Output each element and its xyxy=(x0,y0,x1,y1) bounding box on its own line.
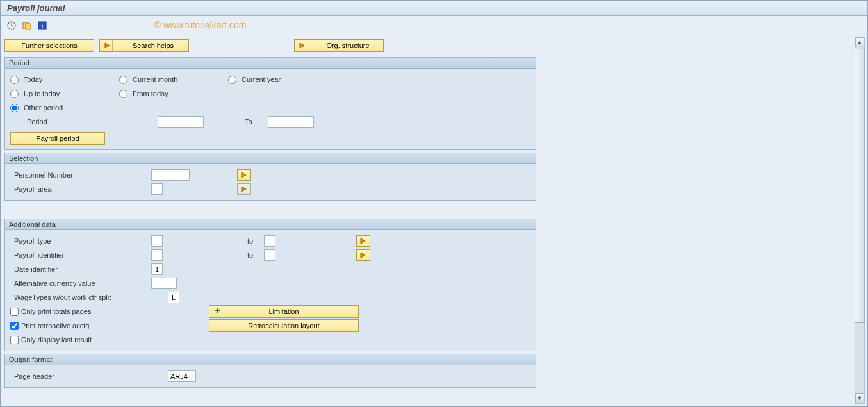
payroll-period-button[interactable]: Payroll period xyxy=(10,132,105,145)
svg-marker-8 xyxy=(300,43,304,48)
scroll-track[interactable] xyxy=(855,49,864,392)
wagetypes-input[interactable] xyxy=(168,292,179,303)
payroll-identifier-from-input[interactable] xyxy=(151,249,163,261)
only-last-text: Only display last result xyxy=(21,336,92,344)
payroll-identifier-multiselect-button[interactable] xyxy=(356,249,370,261)
current-month-radio[interactable] xyxy=(119,76,127,84)
personnel-number-multiselect-button[interactable] xyxy=(237,169,251,181)
scroll-down-arrow[interactable]: ▼ xyxy=(855,393,864,403)
org-structure-button[interactable]: Org. structure xyxy=(294,39,384,52)
today-text: Today xyxy=(24,76,42,83)
up-to-today-radio[interactable] xyxy=(10,90,19,98)
output-format-group-header: Output format xyxy=(5,354,536,365)
payroll-identifier-label: Payroll identifier xyxy=(10,251,151,259)
svg-marker-11 xyxy=(361,238,365,244)
arrow-right-icon xyxy=(102,40,113,51)
output-format-group: Output format Page header xyxy=(4,354,536,388)
svg-marker-7 xyxy=(105,43,110,48)
toolbar: i © www.tutorialkart.com xyxy=(1,16,867,35)
payroll-type-label: Payroll type xyxy=(10,237,151,245)
only-totals-checkbox[interactable] xyxy=(10,308,19,316)
watermark: © www.tutorialkart.com xyxy=(154,20,246,30)
svg-marker-12 xyxy=(361,253,365,258)
other-period-radio-label[interactable]: Other period xyxy=(10,104,119,112)
page-header-input[interactable] xyxy=(168,370,196,382)
scroll-thumb[interactable] xyxy=(855,49,865,323)
other-period-text: Other period xyxy=(24,104,63,112)
personnel-number-input[interactable] xyxy=(151,169,190,181)
period-from-input[interactable] xyxy=(158,116,204,128)
search-helps-label: Search helps xyxy=(122,42,184,49)
period-group-header: Period xyxy=(5,58,536,69)
only-last-checkbox[interactable] xyxy=(10,336,19,344)
info-icon[interactable]: i xyxy=(37,20,48,31)
today-radio[interactable] xyxy=(10,76,19,84)
date-identifier-label: Date identifier xyxy=(10,265,151,273)
only-totals-checkbox-label[interactable]: Only print totals pages xyxy=(10,308,209,316)
scroll-up-arrow[interactable]: ▲ xyxy=(855,37,864,47)
title-bar: Payroll journal xyxy=(1,1,867,16)
svg-rect-4 xyxy=(26,24,31,29)
arrow-right-icon xyxy=(297,40,307,51)
retrocalc-layout-label: Retrocalculation layout xyxy=(248,322,319,329)
page-title: Payroll journal xyxy=(7,3,65,13)
from-today-radio[interactable] xyxy=(119,90,127,98)
payroll-type-from-input[interactable] xyxy=(151,235,163,247)
retrocalc-layout-button[interactable]: Retrocalculation layout xyxy=(209,319,359,332)
further-selections-button[interactable]: Further selections xyxy=(4,39,94,52)
from-today-text: From today xyxy=(133,90,168,97)
additional-data-group-header: Additional data xyxy=(5,219,536,230)
only-totals-text: Only print totals pages xyxy=(21,308,91,315)
period-group: Period Today Current month Current year … xyxy=(4,57,536,150)
payroll-area-input[interactable] xyxy=(151,183,163,195)
date-identifier-input[interactable] xyxy=(151,263,163,275)
current-year-text: Current year xyxy=(242,76,281,83)
today-radio-label[interactable]: Today xyxy=(10,76,119,84)
selection-button-row: Further selections Search helps Org. str… xyxy=(3,37,852,54)
payroll-type-to-input[interactable] xyxy=(264,235,275,247)
svg-marker-9 xyxy=(242,172,246,178)
other-period-radio[interactable] xyxy=(10,104,19,112)
selection-group: Selection Personnel Number Payroll area xyxy=(4,153,536,201)
print-retro-checkbox-label[interactable]: Print retroactive acctg xyxy=(10,322,209,330)
up-to-today-text: Up to today xyxy=(24,90,60,97)
app-window: Payroll journal i © www.tutorialkart.com… xyxy=(0,0,868,407)
payroll-period-label: Payroll period xyxy=(36,135,79,142)
spacer xyxy=(3,203,852,216)
print-retro-checkbox[interactable] xyxy=(10,322,19,330)
print-retro-text: Print retroactive acctg xyxy=(21,322,89,329)
current-year-radio[interactable] xyxy=(228,76,236,84)
payroll-area-multiselect-button[interactable] xyxy=(237,183,251,195)
limitation-label: Limitation xyxy=(268,308,299,315)
current-year-radio-label[interactable]: Current year xyxy=(228,76,337,84)
payroll-area-label: Payroll area xyxy=(10,185,151,193)
search-helps-button[interactable]: Search helps xyxy=(99,39,189,52)
current-month-text: Current month xyxy=(133,76,177,83)
from-today-radio-label[interactable]: From today xyxy=(119,90,228,98)
alt-currency-label: Alternative currency value xyxy=(10,279,151,287)
page-header-label: Page header xyxy=(10,372,168,380)
up-to-today-radio-label[interactable]: Up to today xyxy=(10,90,119,98)
period-to-label: To xyxy=(242,118,268,126)
execute-icon[interactable] xyxy=(6,20,17,31)
payroll-identifier-to-input[interactable] xyxy=(264,249,275,261)
plus-icon xyxy=(213,307,221,315)
content-area: Further selections Search helps Org. str… xyxy=(3,37,852,404)
alt-currency-input[interactable] xyxy=(151,278,177,289)
org-structure-label: Org. structure xyxy=(316,42,379,49)
personnel-number-label: Personnel Number xyxy=(10,171,151,179)
payroll-type-multiselect-button[interactable] xyxy=(356,235,370,247)
period-to-input[interactable] xyxy=(268,116,314,128)
limitation-button[interactable]: Limitation xyxy=(209,305,359,318)
variant-icon[interactable] xyxy=(21,20,33,31)
payroll-type-to-label: to xyxy=(245,237,264,245)
payroll-identifier-to-label: to xyxy=(245,251,264,259)
current-month-radio-label[interactable]: Current month xyxy=(119,76,228,84)
additional-data-group: Additional data Payroll type to Payroll … xyxy=(4,219,536,351)
further-selections-label: Further selections xyxy=(21,42,77,49)
svg-text:i: i xyxy=(42,22,44,29)
only-last-checkbox-label[interactable]: Only display last result xyxy=(10,336,92,344)
svg-line-2 xyxy=(12,26,13,27)
period-label: Period xyxy=(23,118,158,126)
vertical-scrollbar[interactable]: ▲ ▼ xyxy=(855,37,865,404)
